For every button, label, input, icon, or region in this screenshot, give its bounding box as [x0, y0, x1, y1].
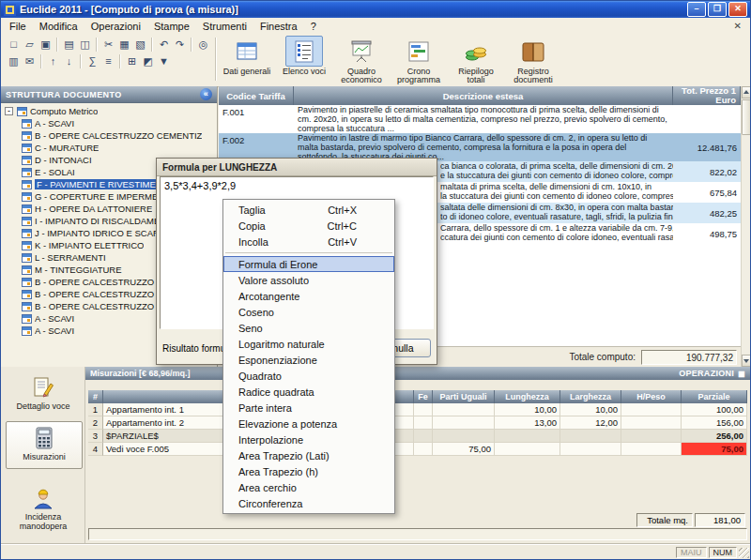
resize-grip[interactable]: [739, 548, 749, 558]
tree-item-label: B - OPERE CALCESTRUZZO CEMENTIZ: [35, 130, 202, 141]
voci-row-f-001[interactable]: F.001Pavimento in piastrelle di ceramica…: [219, 105, 741, 133]
context-menu-item-area-trapezio-lati[interactable]: Area Trapezio (Lati): [223, 447, 394, 463]
tree-item-b-opere-calcestruzzo-cementiz[interactable]: B - OPERE CALCESTRUZZO CEMENTIZ: [1, 129, 217, 142]
filter-icon[interactable]: ▼: [156, 53, 172, 68]
list-view-icon[interactable]: ≡: [100, 53, 116, 68]
context-menu-item-formula-di-erone[interactable]: Formula di Erone: [223, 256, 394, 272]
context-menu-item-radice-quadrata[interactable]: Radice quadrata: [223, 384, 394, 400]
scroll-thumb[interactable]: [742, 99, 751, 135]
nav-misurazioni[interactable]: Misurazioni: [6, 421, 83, 469]
undo-icon[interactable]: ↶: [156, 37, 172, 52]
notes-field[interactable]: [88, 528, 747, 540]
context-menu-item-logaritmo-naturale[interactable]: Logaritmo naturale: [223, 336, 394, 352]
measure-column-larghezza[interactable]: Larghezza: [560, 390, 621, 403]
toolbar-crono-programma-button[interactable]: Crono programma: [392, 36, 445, 84]
menu-modifica[interactable]: Modifica: [33, 20, 84, 33]
move-up-icon[interactable]: ↑: [45, 53, 61, 68]
toolbar-elenco-voci-button[interactable]: Elenco voci: [278, 36, 330, 84]
scroll-up-icon[interactable]: [742, 86, 751, 98]
copy-icon[interactable]: ▦: [116, 37, 132, 52]
menu-strumenti[interactable]: Strumenti: [196, 20, 253, 33]
measure-cell: [560, 443, 621, 456]
context-menu-item-arcotangente[interactable]: Arcotangente: [223, 288, 394, 304]
context-menu-item-quadrato[interactable]: Quadrato: [223, 368, 394, 384]
context-menu-item-area-cerchio[interactable]: Area cerchio: [223, 479, 394, 495]
toolbar-dati-generali-button[interactable]: Dati generali: [221, 36, 273, 84]
menu-file[interactable]: File: [3, 20, 33, 33]
sum-icon[interactable]: ∑: [84, 53, 100, 68]
column-header-descrizione[interactable]: Descrizione estesa: [294, 86, 673, 105]
toolbar-button-label: Crono programma: [393, 68, 444, 84]
menu-finestra[interactable]: Finestra: [253, 20, 304, 33]
context-menu-item-copia[interactable]: CopiaCtrl+C: [223, 218, 394, 234]
menu-stampe[interactable]: Stampe: [147, 20, 196, 33]
mdi-close-icon[interactable]: ✕: [731, 21, 744, 31]
measure-column-item[interactable]: #: [88, 390, 103, 403]
close-button[interactable]: ✕: [728, 2, 747, 17]
context-menu-item-incolla[interactable]: IncollaCtrl+V: [223, 234, 394, 250]
context-menu-item-coseno[interactable]: Coseno: [223, 304, 394, 320]
measure-column-parziale[interactable]: Parziale: [682, 390, 747, 403]
context-menu-item-seno[interactable]: Seno: [223, 320, 394, 336]
save-icon[interactable]: ▣: [38, 37, 54, 52]
send-mail-icon[interactable]: ✉: [22, 53, 38, 68]
context-menu-item-parte-intera[interactable]: Parte intera: [223, 400, 394, 416]
nav-incidenza-manodopera[interactable]: Incidenza manodopera: [6, 485, 81, 534]
paste-icon[interactable]: ▧: [132, 37, 148, 52]
menu-item-label: Esponenziazione: [238, 355, 317, 366]
operazioni-button[interactable]: OPERAZIONI ▦: [679, 369, 745, 378]
collapse-panel-icon[interactable]: «: [200, 88, 212, 100]
context-menu-item-area-trapezio-h[interactable]: Area Trapezio (h): [223, 463, 394, 479]
operazioni-label: OPERAZIONI: [679, 369, 734, 378]
context-menu-item-circonferenza[interactable]: Circonferenza: [223, 495, 394, 511]
tree-item-c-murature[interactable]: C - MURATURE: [1, 142, 217, 154]
scroll-down-icon[interactable]: [742, 355, 751, 367]
print-icon[interactable]: ▤: [61, 37, 77, 52]
open-folder-icon[interactable]: ▱: [22, 37, 38, 52]
column-header-codice-tariffa[interactable]: Codice Tariffa: [219, 86, 294, 105]
toolbar-separator: [56, 38, 58, 52]
palette-icon[interactable]: ◩: [140, 53, 156, 68]
menu-item[interactable]: ?: [304, 20, 323, 33]
measure-row-2[interactable]: 2Appartamento int. 213,0012,00156,00: [88, 416, 747, 430]
print-list-icon[interactable]: ▥: [6, 53, 22, 68]
restore-button[interactable]: ❐: [708, 2, 727, 17]
print-preview-icon[interactable]: ◫: [77, 37, 93, 52]
menu-operazioni[interactable]: Operazioni: [84, 20, 147, 33]
tree-item-computo-metrico[interactable]: -Computo Metrico: [1, 105, 217, 117]
tree-item-label: D - INTONACI: [35, 155, 92, 165]
toolbar-riepilogo-totali-button[interactable]: Riepilogo totali: [450, 36, 502, 84]
measure-column-fe[interactable]: Fe: [414, 390, 433, 403]
context-menu-item-esponenziazione[interactable]: Esponenziazione: [223, 352, 394, 368]
context-menu-item-elevazione-a-potenza[interactable]: Elevazione a potenza: [223, 416, 394, 431]
measure-row-4[interactable]: 4Vedi voce F.00575,0075,00: [88, 443, 747, 456]
tree-item-label: A - SCAVI: [35, 313, 74, 324]
toolbar-registro-documenti-button[interactable]: Registro documenti: [507, 36, 559, 84]
note-icon: [6, 374, 81, 401]
measure-column-lunghezza[interactable]: Lunghezza: [495, 390, 560, 403]
cut-icon[interactable]: ✂: [100, 37, 116, 52]
tree-expander-icon[interactable]: -: [5, 107, 13, 115]
nav-dettaglio-voce[interactable]: Dettaglio voce: [6, 374, 81, 415]
menu-item-label: Incolla: [238, 236, 268, 248]
minimize-button[interactable]: –: [687, 2, 706, 17]
measurements-rows: 1Appartamento int. 110,0010,00100,002App…: [88, 403, 747, 456]
measure-column-h-peso[interactable]: H/Peso: [621, 390, 682, 403]
measure-cell: [433, 416, 495, 430]
dialog-titlebar[interactable]: Formula per LUNGHEZZA: [157, 159, 437, 176]
measure-column-parti-uguali[interactable]: Parti Uguali: [433, 390, 495, 403]
search-icon[interactable]: ◎: [195, 37, 211, 52]
grid-icon[interactable]: ⊞: [124, 53, 140, 68]
context-menu-item-interpolazione[interactable]: Interpolazione: [223, 431, 394, 447]
toolbar-quadro-economico-button[interactable]: Quadro economico: [335, 36, 388, 84]
column-header-prezzo[interactable]: Tot. Prezzo 1 Euro: [673, 86, 741, 105]
vertical-scrollbar[interactable]: [741, 86, 750, 367]
redo-icon[interactable]: ↷: [172, 37, 188, 52]
measure-row-3[interactable]: 3$PARZIALE$256,00: [88, 430, 747, 443]
new-document-icon[interactable]: □: [6, 37, 22, 52]
context-menu-item-taglia[interactable]: TagliaCtrl+X: [223, 202, 394, 218]
measure-row-1[interactable]: 1Appartamento int. 110,0010,00100,00: [88, 403, 747, 416]
move-down-icon[interactable]: ↓: [61, 53, 77, 68]
context-menu-item-valore-assoluto[interactable]: Valore assoluto: [223, 272, 394, 288]
tree-item-a-scavi[interactable]: A - SCAVI: [1, 117, 217, 129]
